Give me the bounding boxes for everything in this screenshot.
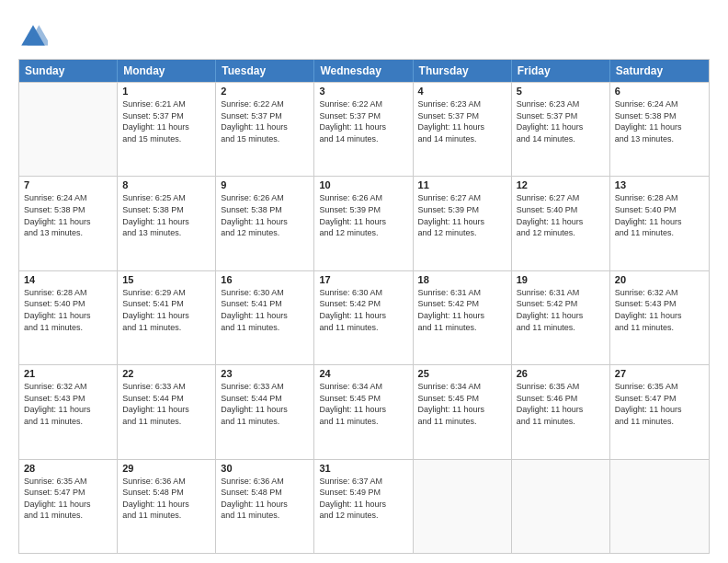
sunset-text: Sunset: 5:44 PM: [221, 393, 309, 405]
daylight-text-cont: and 13 minutes.: [122, 227, 210, 239]
sunset-text: Sunset: 5:46 PM: [517, 393, 605, 405]
calendar-cell: 18Sunrise: 6:31 AMSunset: 5:42 PMDayligh…: [414, 271, 512, 364]
sunset-text: Sunset: 5:45 PM: [319, 393, 407, 405]
calendar-cell: 5Sunrise: 6:23 AMSunset: 5:37 PMDaylight…: [512, 83, 610, 176]
daylight-text: Daylight: 11 hours: [122, 216, 210, 228]
sunrise-text: Sunrise: 6:22 AM: [319, 98, 407, 110]
calendar-cell: 12Sunrise: 6:27 AMSunset: 5:40 PMDayligh…: [512, 177, 610, 270]
day-number: 20: [615, 274, 704, 285]
calendar-cell: 4Sunrise: 6:23 AMSunset: 5:37 PMDaylight…: [414, 83, 512, 176]
day-number: 21: [24, 368, 112, 379]
sunset-text: Sunset: 5:47 PM: [24, 487, 112, 499]
day-number: 11: [418, 179, 506, 190]
calendar-cell: 24Sunrise: 6:34 AMSunset: 5:45 PMDayligh…: [314, 365, 413, 458]
daylight-text: Daylight: 11 hours: [319, 404, 407, 416]
calendar-cell: 1Sunrise: 6:21 AMSunset: 5:37 PMDaylight…: [118, 83, 216, 176]
day-number: 18: [418, 274, 506, 285]
sunrise-text: Sunrise: 6:35 AM: [615, 381, 704, 393]
daylight-text: Daylight: 11 hours: [418, 310, 506, 322]
sunrise-text: Sunrise: 6:33 AM: [122, 381, 210, 393]
calendar-cell: 26Sunrise: 6:35 AMSunset: 5:46 PMDayligh…: [512, 365, 610, 458]
calendar-cell: [512, 460, 610, 553]
daylight-text-cont: and 12 minutes.: [221, 227, 309, 239]
sunrise-text: Sunrise: 6:29 AM: [122, 287, 210, 299]
calendar-cell: [19, 83, 118, 176]
sunset-text: Sunset: 5:48 PM: [221, 487, 309, 499]
daylight-text-cont: and 14 minutes.: [319, 133, 407, 145]
cal-header-cell: Monday: [118, 60, 216, 82]
calendar-cell: 2Sunrise: 6:22 AMSunset: 5:37 PMDaylight…: [216, 83, 314, 176]
header: [18, 18, 710, 52]
daylight-text: Daylight: 11 hours: [24, 499, 112, 511]
day-number: 29: [122, 463, 210, 474]
daylight-text-cont: and 11 minutes.: [517, 416, 605, 428]
sunrise-text: Sunrise: 6:31 AM: [418, 287, 506, 299]
day-number: 1: [122, 86, 210, 97]
calendar-cell: 16Sunrise: 6:30 AMSunset: 5:41 PMDayligh…: [216, 271, 314, 364]
calendar-row: 28Sunrise: 6:35 AMSunset: 5:47 PMDayligh…: [19, 459, 709, 553]
day-number: 2: [221, 86, 309, 97]
daylight-text-cont: and 11 minutes.: [122, 416, 210, 428]
sunrise-text: Sunrise: 6:36 AM: [122, 476, 210, 488]
sunrise-text: Sunrise: 6:30 AM: [319, 287, 407, 299]
calendar-cell: 20Sunrise: 6:32 AMSunset: 5:43 PMDayligh…: [610, 271, 709, 364]
calendar-cell: 9Sunrise: 6:26 AMSunset: 5:38 PMDaylight…: [216, 177, 314, 270]
cal-header-cell: Saturday: [610, 60, 709, 82]
day-number: 5: [517, 86, 605, 97]
sunset-text: Sunset: 5:38 PM: [615, 110, 704, 122]
daylight-text: Daylight: 11 hours: [615, 216, 704, 228]
sunset-text: Sunset: 5:42 PM: [418, 298, 506, 310]
day-number: 22: [122, 368, 210, 379]
daylight-text: Daylight: 11 hours: [319, 121, 407, 133]
sunset-text: Sunset: 5:44 PM: [122, 393, 210, 405]
calendar-cell: 30Sunrise: 6:36 AMSunset: 5:48 PMDayligh…: [216, 460, 314, 553]
sunset-text: Sunset: 5:37 PM: [122, 110, 210, 122]
daylight-text: Daylight: 11 hours: [615, 121, 704, 133]
calendar-cell: [610, 460, 709, 553]
sunset-text: Sunset: 5:43 PM: [615, 298, 704, 310]
sunset-text: Sunset: 5:37 PM: [221, 110, 309, 122]
daylight-text-cont: and 11 minutes.: [615, 227, 704, 239]
sunset-text: Sunset: 5:40 PM: [517, 204, 605, 216]
daylight-text-cont: and 11 minutes.: [221, 510, 309, 522]
daylight-text-cont: and 11 minutes.: [221, 322, 309, 334]
day-number: 12: [517, 179, 605, 190]
sunrise-text: Sunrise: 6:28 AM: [24, 287, 112, 299]
day-number: 14: [24, 274, 112, 285]
sunrise-text: Sunrise: 6:26 AM: [221, 192, 309, 204]
sunrise-text: Sunrise: 6:30 AM: [221, 287, 309, 299]
sunrise-text: Sunrise: 6:28 AM: [615, 192, 704, 204]
logo-icon: [18, 22, 48, 52]
sunrise-text: Sunrise: 6:32 AM: [615, 287, 704, 299]
calendar-cell: 21Sunrise: 6:32 AMSunset: 5:43 PMDayligh…: [19, 365, 118, 458]
sunset-text: Sunset: 5:42 PM: [319, 298, 407, 310]
calendar-header: SundayMondayTuesdayWednesdayThursdayFrid…: [19, 60, 709, 82]
daylight-text-cont: and 11 minutes.: [418, 416, 506, 428]
daylight-text-cont: and 14 minutes.: [418, 133, 506, 145]
sunrise-text: Sunrise: 6:22 AM: [221, 98, 309, 110]
daylight-text-cont: and 12 minutes.: [418, 227, 506, 239]
calendar-row: 1Sunrise: 6:21 AMSunset: 5:37 PMDaylight…: [19, 82, 709, 176]
calendar-cell: 14Sunrise: 6:28 AMSunset: 5:40 PMDayligh…: [19, 271, 118, 364]
daylight-text: Daylight: 11 hours: [122, 310, 210, 322]
sunset-text: Sunset: 5:49 PM: [319, 487, 407, 499]
cal-header-cell: Friday: [512, 60, 610, 82]
sunset-text: Sunset: 5:40 PM: [24, 298, 112, 310]
daylight-text: Daylight: 11 hours: [221, 404, 309, 416]
sunset-text: Sunset: 5:48 PM: [122, 487, 210, 499]
calendar-cell: 28Sunrise: 6:35 AMSunset: 5:47 PMDayligh…: [19, 460, 118, 553]
calendar-cell: 8Sunrise: 6:25 AMSunset: 5:38 PMDaylight…: [118, 177, 216, 270]
day-number: 3: [319, 86, 407, 97]
sunrise-text: Sunrise: 6:26 AM: [319, 192, 407, 204]
sunset-text: Sunset: 5:38 PM: [24, 204, 112, 216]
daylight-text-cont: and 12 minutes.: [319, 227, 407, 239]
daylight-text: Daylight: 11 hours: [221, 216, 309, 228]
sunrise-text: Sunrise: 6:32 AM: [24, 381, 112, 393]
day-number: 16: [221, 274, 309, 285]
sunrise-text: Sunrise: 6:27 AM: [418, 192, 506, 204]
calendar-cell: 13Sunrise: 6:28 AMSunset: 5:40 PMDayligh…: [610, 177, 709, 270]
daylight-text-cont: and 15 minutes.: [221, 133, 309, 145]
calendar-cell: 19Sunrise: 6:31 AMSunset: 5:42 PMDayligh…: [512, 271, 610, 364]
calendar-body: 1Sunrise: 6:21 AMSunset: 5:37 PMDaylight…: [19, 82, 709, 553]
daylight-text-cont: and 11 minutes.: [122, 322, 210, 334]
